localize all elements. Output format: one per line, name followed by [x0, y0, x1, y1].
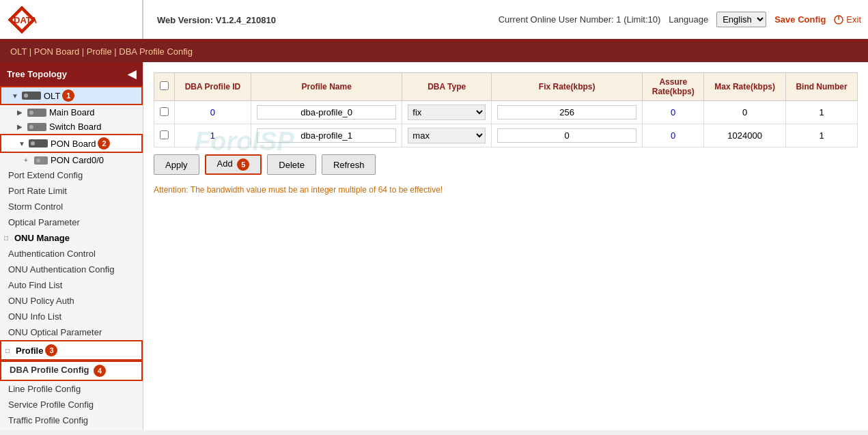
row-id-link-1[interactable]: 1	[210, 130, 215, 141]
menu-service-profile-label: Service Profile Config	[8, 399, 94, 410]
row-fix-rate-input-1[interactable]	[497, 128, 636, 143]
row-checkbox-input-0[interactable]	[160, 107, 169, 116]
row-type-select-0[interactable]: fixmaxassureassure+fixassure+max	[408, 104, 486, 120]
tree-item-olt[interactable]: ▼ OLT 1	[0, 86, 143, 105]
row-fix-rate-input-0[interactable]	[497, 105, 636, 120]
exit-button[interactable]: Exit	[834, 14, 861, 25]
row-assure-value-1: 0	[671, 130, 675, 141]
menu-auth-control-label: Authentication Control	[8, 249, 96, 259]
menu-onu-policy[interactable]: ONU Policy Auth	[0, 293, 143, 309]
pon-board-icon	[29, 139, 48, 148]
row-name-input-1[interactable]	[257, 128, 396, 143]
action-buttons: Apply Add 5 Delete Refresh	[154, 148, 858, 182]
row-checkbox-0	[154, 101, 175, 124]
menu-storm-control[interactable]: Storm Control	[0, 199, 143, 214]
profile-section-label: Profile	[16, 346, 43, 356]
main-board-expand: ▶	[17, 109, 25, 116]
menu-service-profile[interactable]: Service Profile Config	[0, 397, 143, 412]
svg-text:DATA: DATA	[14, 15, 37, 25]
language-select[interactable]: English 中文	[716, 12, 766, 27]
tree-item-pon-board[interactable]: ▼ PON Board 2	[0, 134, 143, 153]
menu-line-profile[interactable]: Line Profile Config	[0, 381, 143, 397]
menu-onu-optical-label: ONU Optical Parameter	[8, 327, 102, 337]
onu-manage-expand: □	[4, 234, 12, 242]
col-assure-rate: AssureRate(kbps)	[643, 73, 704, 101]
header-controls: Current Online User Number: 1 (Limit:10)…	[499, 12, 861, 27]
section-onu-manage[interactable]: □ ONU Manage	[0, 230, 143, 246]
row-name-1	[251, 124, 402, 148]
tree-item-pon-card[interactable]: + PON Card0/0	[0, 153, 143, 167]
attention-text: Attention: The bandwidth value must be a…	[154, 185, 858, 195]
section-profile[interactable]: □ Profile 3	[0, 340, 143, 361]
content-area: DBA Profile ID Profile Name DBA Type Fix…	[143, 62, 868, 430]
row-type-1: fixmaxassureassure+fixassure+max	[402, 124, 492, 148]
col-dba-type: DBA Type	[402, 73, 492, 101]
col-bind-number: Bind Number	[786, 73, 858, 101]
row-fix-rate-0	[491, 101, 642, 124]
breadcrumb-pon-board[interactable]: PON Board	[34, 46, 79, 57]
pon-card-expand: +	[24, 156, 32, 164]
table-row: 0 fixmaxassureassure+fixassure+max 0 0 1	[154, 101, 858, 124]
col-checkbox	[154, 73, 175, 101]
menu-onu-optical[interactable]: ONU Optical Parameter	[0, 324, 143, 340]
menu-dba-profile[interactable]: DBA Profile Config 4	[0, 361, 143, 381]
menu-auto-find[interactable]: Auto Find List	[0, 277, 143, 293]
menu-port-extend[interactable]: Port Extend Config	[0, 167, 143, 183]
menu-auto-find-label: Auto Find List	[8, 280, 63, 290]
dba-profile-badge: 4	[94, 365, 106, 377]
row-name-input-0[interactable]	[257, 105, 396, 120]
tree-item-main-board[interactable]: ▶ Main Board	[0, 105, 143, 120]
olt-label: OLT	[44, 91, 60, 101]
breadcrumb-dba[interactable]: DBA Profile Config	[119, 46, 193, 57]
logo-area: DATA	[7, 0, 143, 39]
menu-onu-policy-label: ONU Policy Auth	[8, 296, 74, 306]
row-assure-rate-0: 0	[643, 101, 704, 124]
pon-board-label: PON Board	[51, 139, 96, 149]
col-fix-rate: Fix Rate(kbps)	[491, 73, 642, 101]
menu-port-rate[interactable]: Port Rate Limit	[0, 183, 143, 199]
delete-button[interactable]: Delete	[267, 154, 316, 175]
language-label: Language	[669, 14, 708, 25]
menu-onu-igmp[interactable]: ONU IGMP Profile	[0, 428, 143, 430]
main-board-label: Main Board	[49, 107, 94, 117]
switch-board-label: Switch Board	[49, 122, 102, 132]
menu-port-extend-label: Port Extend Config	[8, 170, 83, 180]
save-config-button[interactable]: Save Config	[774, 14, 826, 25]
tree-item-switch-board[interactable]: ▶ Switch Board	[0, 120, 143, 134]
row-checkbox-1	[154, 124, 175, 148]
menu-auth-control[interactable]: Authentication Control	[0, 246, 143, 262]
breadcrumb-olt[interactable]: OLT	[10, 46, 27, 57]
pon-board-expand: ▼	[18, 140, 27, 148]
logo-icon: DATA	[7, 5, 37, 35]
row-type-select-1[interactable]: fixmaxassureassure+fixassure+max	[408, 128, 486, 143]
select-all-checkbox[interactable]	[160, 81, 169, 90]
add-button[interactable]: Add 5	[205, 154, 262, 175]
row-checkbox-input-1[interactable]	[160, 130, 169, 139]
menu-onu-auth-config-label: ONU Authentication Config	[8, 264, 114, 275]
menu-traffic-profile[interactable]: Traffic Profile Config	[0, 412, 143, 428]
sidebar-header: Tree Topology ◀	[0, 62, 143, 86]
col-dba-profile-id: DBA Profile ID	[175, 73, 251, 101]
menu-onu-auth-config[interactable]: ONU Authentication Config	[0, 262, 143, 277]
row-max-rate-1: 1024000	[704, 124, 786, 148]
profile-expand: □	[5, 347, 14, 354]
refresh-button[interactable]: Refresh	[322, 154, 376, 175]
main-board-icon	[27, 109, 46, 117]
apply-button[interactable]: Apply	[154, 154, 199, 175]
col-profile-name: Profile Name	[251, 73, 402, 101]
olt-badge: 1	[62, 89, 74, 102]
online-users-text: Current Online User Number: 1 (Limit:10)	[499, 14, 661, 25]
menu-onu-info[interactable]: ONU Info List	[0, 309, 143, 324]
onu-manage-label: ONU Manage	[14, 233, 70, 243]
menu-storm-control-label: Storm Control	[8, 201, 63, 212]
row-bind-0: 1	[786, 101, 858, 124]
row-id-link-0[interactable]: 0	[210, 107, 215, 117]
menu-optical-param[interactable]: Optical Parameter	[0, 214, 143, 230]
add-badge: 5	[237, 158, 249, 171]
version-label: Web Version: V1.2.4_210810	[157, 15, 276, 25]
row-assure-value-0: 0	[671, 107, 675, 117]
sidebar-collapse-arrow[interactable]: ◀	[128, 68, 136, 81]
pon-board-badge: 2	[98, 137, 110, 150]
breadcrumb-profile[interactable]: Profile	[87, 46, 112, 57]
row-id-0: 0	[175, 101, 251, 124]
